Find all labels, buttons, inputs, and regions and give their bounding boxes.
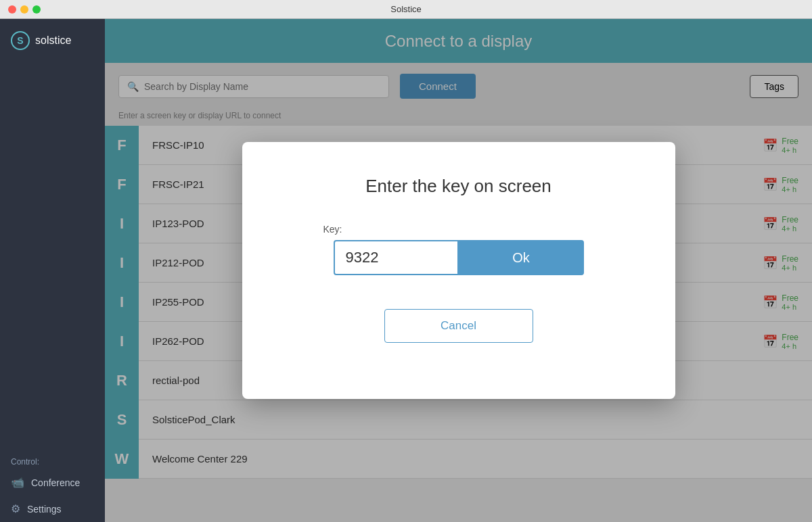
sidebar-logo: S solstice (0, 19, 105, 62)
sidebar-section-label: Control: (0, 452, 105, 469)
ok-button[interactable]: Ok (459, 240, 584, 275)
maximize-button[interactable] (32, 5, 41, 14)
close-button[interactable] (8, 5, 16, 14)
titlebar: Solstice (0, 0, 812, 19)
app-container: S solstice Control: 📹 Conference ⚙ Setti… (0, 19, 812, 522)
minimize-button[interactable] (20, 5, 28, 14)
main-content: Connect to a display 🔍 Connect Tags Ente… (105, 19, 812, 522)
sidebar-spacer (0, 62, 105, 452)
key-label: Key: (323, 224, 342, 235)
sidebar-settings-label: Settings (27, 504, 62, 515)
key-input[interactable] (334, 240, 459, 275)
conference-icon: 📹 (11, 476, 24, 489)
modal-form: Key: Ok Cancel (283, 224, 635, 343)
logo-text: solstice (35, 34, 71, 47)
sidebar-conference-label: Conference (31, 477, 80, 488)
sidebar-item-settings[interactable]: ⚙ Settings (0, 496, 105, 522)
traffic-lights (8, 5, 41, 14)
sidebar: S solstice Control: 📹 Conference ⚙ Setti… (0, 19, 105, 522)
modal-title: Enter the key on screen (365, 176, 551, 197)
modal-overlay: Enter the key on screen Key: Ok Cancel (105, 19, 812, 522)
settings-icon: ⚙ (11, 502, 20, 515)
sidebar-item-conference[interactable]: 📹 Conference (0, 469, 105, 496)
logo-icon: S (11, 31, 30, 50)
window-title: Solstice (390, 4, 422, 14)
key-row: Ok (334, 240, 584, 275)
modal-dialog: Enter the key on screen Key: Ok Cancel (242, 142, 675, 399)
cancel-button[interactable]: Cancel (384, 309, 533, 343)
